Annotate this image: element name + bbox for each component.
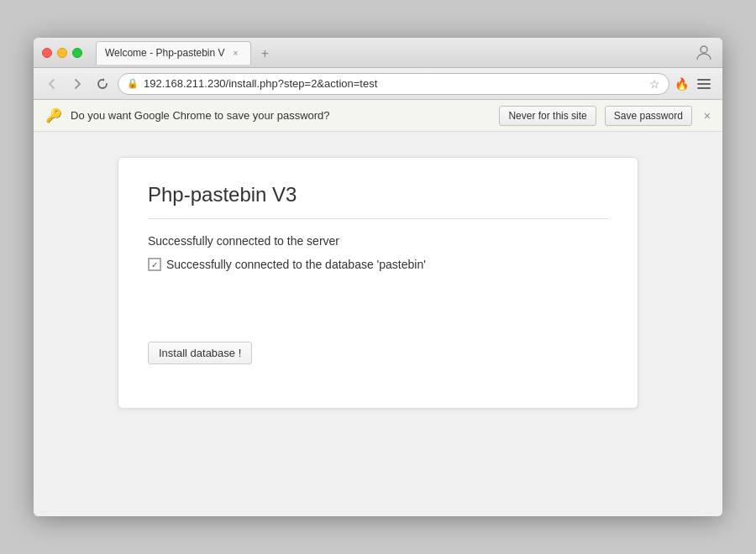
svg-rect-3 <box>697 87 711 89</box>
reload-button[interactable] <box>92 74 113 94</box>
content-card: Php-pastebin V3 Successfully connected t… <box>118 157 638 409</box>
address-bar[interactable]: 🔒 192.168.211.230/install.php?step=2&act… <box>118 73 669 95</box>
traffic-lights <box>42 48 82 58</box>
tab-bar: Welcome - Php-pastebin V × + <box>89 41 687 65</box>
maximize-window-button[interactable] <box>72 48 82 58</box>
db-status-text: Successfully connected to the database '… <box>166 258 426 271</box>
save-password-question: Do you want Google Chrome to save your p… <box>71 109 491 122</box>
tab-close-button[interactable]: × <box>230 47 242 59</box>
page-content: Php-pastebin V3 Successfully connected t… <box>34 132 722 516</box>
url-text: 192.168.211.230/install.php?step=2&actio… <box>144 77 644 90</box>
password-bar: 🔑 Do you want Google Chrome to save your… <box>34 100 722 132</box>
profile-area <box>694 43 714 63</box>
db-status-line: ✓ Successfully connected to the database… <box>148 258 608 271</box>
save-password-button[interactable]: Save password <box>605 106 692 126</box>
browser-tab[interactable]: Welcome - Php-pastebin V × <box>96 41 251 65</box>
bookmark-icon[interactable]: ☆ <box>649 77 660 91</box>
menu-button[interactable] <box>694 74 714 94</box>
lock-icon: 🔒 <box>127 78 139 89</box>
key-icon: 🔑 <box>45 107 62 123</box>
forward-button[interactable] <box>67 74 87 94</box>
nav-bar: 🔒 192.168.211.230/install.php?step=2&act… <box>34 68 722 100</box>
browser-window: Welcome - Php-pastebin V × + <box>34 38 722 516</box>
close-window-button[interactable] <box>42 48 52 58</box>
server-status-text: Successfully connected to the server <box>148 234 608 248</box>
install-database-button[interactable]: Install database ! <box>148 342 252 364</box>
never-for-site-button[interactable]: Never for this site <box>499 106 596 126</box>
svg-rect-1 <box>697 79 711 81</box>
back-button[interactable] <box>42 74 62 94</box>
fire-icon: 🔥 <box>675 77 689 91</box>
minimize-window-button[interactable] <box>57 48 67 58</box>
page-title: Php-pastebin V3 <box>148 183 608 219</box>
new-tab-button[interactable]: + <box>255 43 276 65</box>
db-check-icon: ✓ <box>148 258 161 271</box>
profile-icon <box>694 43 714 63</box>
dismiss-password-bar-button[interactable]: × <box>704 109 711 123</box>
svg-point-0 <box>701 46 707 53</box>
title-bar: Welcome - Php-pastebin V × + <box>34 38 722 68</box>
tab-label: Welcome - Php-pastebin V <box>105 47 225 59</box>
svg-rect-2 <box>697 83 711 85</box>
